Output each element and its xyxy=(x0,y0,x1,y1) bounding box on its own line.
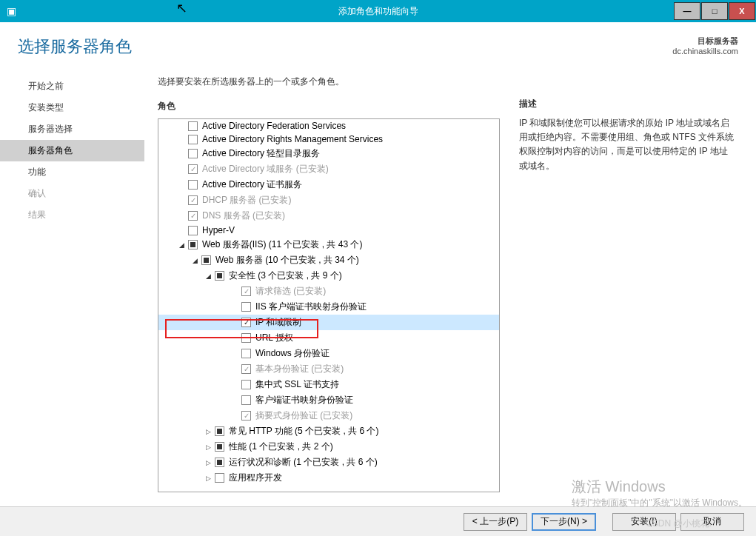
tree-row-18[interactable]: 客户端证书映射身份验证 xyxy=(158,392,499,408)
tree-item-label: IIS 客户端证书映射身份验证 xyxy=(255,301,367,313)
tree-row-23[interactable]: ▷应用程序开发 xyxy=(158,470,499,486)
tree-row-7[interactable]: Hyper-V xyxy=(158,224,499,237)
description-label: 描述 xyxy=(519,98,735,110)
page-title: 选择服务器角色 xyxy=(18,36,132,58)
previous-button[interactable]: < 上一步(P) xyxy=(464,513,527,531)
checkbox[interactable] xyxy=(188,240,198,249)
tree-row-19[interactable]: 摘要式身份验证 (已安装) xyxy=(158,408,499,423)
tree-row-21[interactable]: ▷性能 (1 个已安装 , 共 2 个) xyxy=(158,439,499,455)
close-button[interactable]: X xyxy=(729,2,755,20)
checkbox[interactable] xyxy=(241,333,251,343)
checkbox[interactable] xyxy=(188,226,198,235)
minimize-button[interactable]: — xyxy=(674,2,700,20)
checkbox xyxy=(188,195,198,205)
collapse-icon[interactable]: ◢ xyxy=(176,240,187,250)
tree-item-label: DNS 服务器 (已安装) xyxy=(202,210,285,222)
checkbox[interactable] xyxy=(241,395,251,405)
tree-row-3[interactable]: Active Directory 域服务 (已安装) xyxy=(158,161,499,177)
tree-row-5[interactable]: DHCP 服务器 (已安装) xyxy=(158,192,499,208)
tree-item-label: Active Directory Federation Services xyxy=(202,121,346,131)
tree-row-6[interactable]: DNS 服务器 (已安装) xyxy=(158,208,499,224)
checkbox[interactable] xyxy=(188,121,198,131)
tree-row-14[interactable]: URL 授权 xyxy=(158,330,499,346)
tree-row-2[interactable]: Active Directory 轻型目录服务 xyxy=(158,146,499,161)
checkbox xyxy=(188,211,198,221)
tree-row-10[interactable]: ◢安全性 (3 个已安装 , 共 9 个) xyxy=(158,268,499,284)
tree-item-label: Windows 身份验证 xyxy=(255,347,330,360)
checkbox[interactable] xyxy=(241,302,251,312)
tree-row-15[interactable]: Windows 身份验证 xyxy=(158,346,499,361)
tree-item-label: 常见 HTTP 功能 (5 个已安装 , 共 6 个) xyxy=(229,425,378,438)
checkbox[interactable] xyxy=(241,349,251,358)
step-4[interactable]: 功能 xyxy=(0,161,144,183)
collapse-icon[interactable]: ◢ xyxy=(190,255,200,266)
tree-item-label: 性能 (1 个已安装 , 共 2 个) xyxy=(229,440,333,453)
tree-row-4[interactable]: Active Directory 证书服务 xyxy=(158,177,499,192)
checkbox xyxy=(241,287,251,296)
expand-icon[interactable]: ▷ xyxy=(203,458,213,468)
tree-item-label: 集中式 SSL 证书支持 xyxy=(255,378,339,391)
tree-row-9[interactable]: ◢Web 服务器 (10 个已安装 , 共 34 个) xyxy=(158,252,499,268)
footer: < 上一步(P) 下一步(N) > 安装(I) 取消 xyxy=(0,506,756,536)
tree-row-0[interactable]: Active Directory Federation Services xyxy=(158,119,499,133)
tree-item-label: DHCP 服务器 (已安装) xyxy=(202,194,291,207)
main: 选择要安装在所选服务器上的一个或多个角色。 角色 Active Director… xyxy=(144,65,756,502)
tree-row-22[interactable]: ▷运行状况和诊断 (1 个已安装 , 共 6 个) xyxy=(158,455,499,470)
instruction-text: 选择要安装在所选服务器上的一个或多个角色。 xyxy=(158,76,500,88)
tree-item-label: Hyper-V xyxy=(202,225,235,235)
tree-item-label: 摘要式身份验证 (已安装) xyxy=(255,409,352,422)
tree-row-11[interactable]: 请求筛选 (已安装) xyxy=(158,284,499,299)
sidebar: 开始之前安装类型服务器选择服务器角色功能确认结果 xyxy=(0,65,144,502)
cursor-icon: ↖ xyxy=(176,0,187,16)
step-1[interactable]: 安装类型 xyxy=(0,97,144,118)
checkbox[interactable] xyxy=(241,380,251,389)
checkbox[interactable] xyxy=(215,458,224,467)
step-3[interactable]: 服务器角色 xyxy=(0,140,144,161)
step-2[interactable]: 服务器选择 xyxy=(0,118,144,140)
step-0[interactable]: 开始之前 xyxy=(0,76,144,97)
tree-item-label: IP 和域限制 xyxy=(255,316,301,329)
checkbox[interactable] xyxy=(215,271,224,281)
checkbox[interactable] xyxy=(201,255,211,265)
window-title: 添加角色和功能向导 xyxy=(338,5,418,18)
target-info: 目标服务器 dc.chinaskills.com xyxy=(672,36,738,56)
step-5: 确认 xyxy=(0,183,144,204)
tree-row-13[interactable]: IP 和域限制 xyxy=(158,315,499,330)
maximize-button[interactable]: □ xyxy=(701,2,728,20)
tree-item-label: 应用程序开发 xyxy=(229,472,282,484)
tree-row-17[interactable]: 集中式 SSL 证书支持 xyxy=(158,377,499,392)
checkbox[interactable] xyxy=(215,426,224,436)
checkbox[interactable] xyxy=(215,473,224,483)
collapse-icon[interactable]: ◢ xyxy=(203,271,213,281)
header: 选择服务器角色 目标服务器 dc.chinaskills.com xyxy=(0,22,756,65)
tree-item-label: 请求筛选 (已安装) xyxy=(255,285,326,298)
tree-row-1[interactable]: Active Directory Rights Management Servi… xyxy=(158,133,499,146)
checkbox xyxy=(188,164,198,174)
expand-icon[interactable]: ▷ xyxy=(203,426,213,437)
tree-row-20[interactable]: ▷常见 HTTP 功能 (5 个已安装 , 共 6 个) xyxy=(158,423,499,439)
titlebar: ▣ 添加角色和功能向导 ↖ — □ X xyxy=(0,0,756,22)
checkbox[interactable] xyxy=(188,180,198,190)
tree-item-label: Active Directory 轻型目录服务 xyxy=(202,147,320,160)
tree-item-label: Web 服务器 (10 个已安装 , 共 34 个) xyxy=(215,254,359,267)
tree-row-16[interactable]: 基本身份验证 (已安装) xyxy=(158,361,499,377)
tree-item-label: Active Directory 域服务 (已安装) xyxy=(202,163,329,175)
next-button[interactable]: 下一步(N) > xyxy=(532,513,596,531)
tree-row-12[interactable]: IIS 客户端证书映射身份验证 xyxy=(158,299,499,315)
cancel-button[interactable]: 取消 xyxy=(680,513,744,531)
tree-item-label: Web 服务器(IIS) (11 个已安装 , 共 43 个) xyxy=(202,238,362,251)
checkbox[interactable] xyxy=(215,442,224,452)
install-button[interactable]: 安装(I) xyxy=(612,513,676,531)
roles-tree[interactable]: Active Directory Federation ServicesActi… xyxy=(158,118,500,492)
checkbox xyxy=(241,411,251,421)
tree-item-label: Active Directory Rights Management Servi… xyxy=(202,134,383,144)
tree-row-8[interactable]: ◢Web 服务器(IIS) (11 个已安装 , 共 43 个) xyxy=(158,237,499,252)
tree-item-label: URL 授权 xyxy=(255,332,293,344)
checkbox[interactable] xyxy=(188,135,198,144)
description-pane: 描述 IP 和域限制使您可以根据请求的原始 IP 地址或域名启用或拒绝内容。不需… xyxy=(519,76,735,502)
expand-icon[interactable]: ▷ xyxy=(203,442,213,452)
expand-icon[interactable]: ▷ xyxy=(203,473,213,483)
checkbox[interactable] xyxy=(188,149,198,158)
target-label: 目标服务器 xyxy=(672,36,738,47)
checkbox[interactable] xyxy=(241,318,251,327)
